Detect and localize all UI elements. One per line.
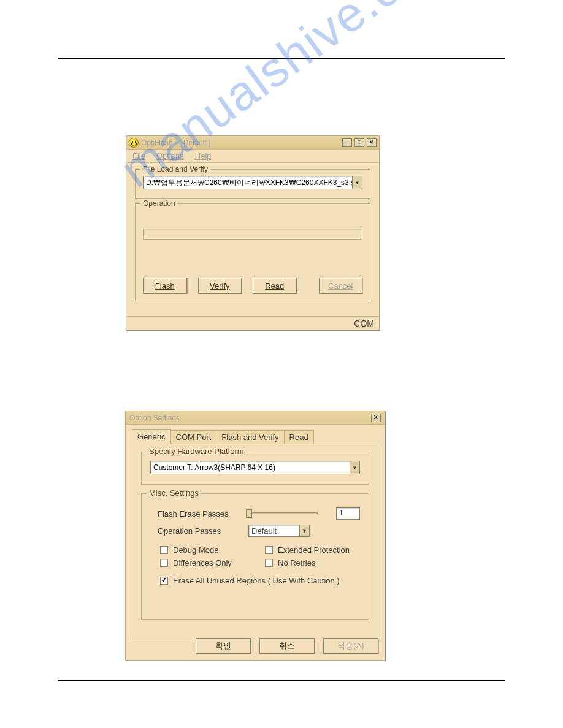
misc-settings-group: Misc. Settings Flash Erase Passes 1 Oper… (141, 493, 369, 620)
page-rule-top (58, 58, 505, 59)
generic-panel: Specify Hardware Platform Customer T: Ar… (132, 444, 378, 640)
operation-buttons: Flash Verify Read Cancel (143, 278, 362, 294)
close-button[interactable]: ✕ (367, 138, 377, 147)
progress-bar (143, 229, 362, 240)
titlebar[interactable]: OptiFlash - [ Default ] _ □ ✕ (126, 136, 379, 150)
chevron-down-icon[interactable]: ▼ (299, 525, 309, 536)
tab-strip: Generic COM Port Flash and Verify Read (132, 430, 378, 444)
chevron-down-icon[interactable]: ▼ (352, 176, 362, 189)
option-settings-window: Option Settings ✕ Generic COM Port Flash… (125, 411, 385, 661)
extended-protection-label: Extended Protection (278, 545, 350, 555)
optiflash-window: OptiFlash - [ Default ] _ □ ✕ File Optio… (126, 135, 380, 330)
differences-only-label: Differences Only (173, 558, 232, 567)
tab-generic[interactable]: Generic (132, 429, 171, 444)
differences-only-row: Differences Only (160, 558, 255, 567)
titlebar[interactable]: Option Settings ✕ (126, 411, 385, 425)
erase-all-row: Erase All Unused Regions ( Use With Caut… (160, 576, 360, 585)
apply-button[interactable]: 적용(A) (323, 638, 378, 654)
tab-read[interactable]: Read (284, 430, 314, 444)
hardware-platform-legend: Specify Hardware Platform (147, 447, 247, 456)
hardware-platform-combobox[interactable]: Customer T: Arrow3(SHARP 64 X 16) ▼ (150, 461, 360, 474)
app-icon (129, 138, 139, 148)
file-path-value: D:₩업무용문서₩C260₩바이너리₩XXFK3₩C260XXFK3_s3.s3 (144, 178, 352, 188)
flash-erase-slider[interactable] (246, 508, 318, 519)
maximize-button[interactable]: □ (354, 138, 364, 147)
flash-erase-value[interactable]: 1 (336, 507, 360, 520)
menu-options[interactable]: Options (156, 151, 184, 161)
menu-help[interactable]: Help (195, 151, 212, 161)
operation-passes-label: Operation Passes (150, 526, 248, 536)
file-load-legend: File Load and Verify (140, 165, 210, 173)
tab-com-port[interactable]: COM Port (170, 430, 217, 444)
misc-settings-legend: Misc. Settings (147, 488, 201, 498)
operation-passes-value: Default (249, 526, 299, 536)
menu-file[interactable]: File (132, 151, 145, 161)
erase-all-checkbox[interactable] (160, 577, 168, 585)
operation-legend: Operation (140, 199, 178, 208)
no-retries-checkbox[interactable] (265, 559, 273, 567)
differences-only-checkbox[interactable] (160, 559, 168, 567)
cancel-button[interactable]: 취소 (259, 638, 315, 654)
status-com: COM (354, 319, 374, 328)
minimize-button[interactable]: _ (342, 138, 352, 147)
debug-mode-row: Debug Mode (160, 545, 255, 555)
file-path-combobox[interactable]: D:₩업무용문서₩C260₩바이너리₩XXFK3₩C260XXFK3_s3.s3… (143, 176, 362, 189)
no-retries-label: No Retries (278, 558, 315, 567)
window-title: OptiFlash - [ Default ] (141, 138, 210, 147)
menu-bar: File Options Help (126, 150, 379, 163)
ok-button[interactable]: 확인 (196, 638, 251, 654)
no-retries-row: No Retries (265, 558, 360, 567)
debug-mode-checkbox[interactable] (160, 546, 168, 554)
hardware-platform-value: Customer T: Arrow3(SHARP 64 X 16) (151, 463, 350, 472)
hardware-platform-group: Specify Hardware Platform Customer T: Ar… (141, 452, 369, 485)
page-rule-bottom (58, 680, 505, 681)
dialog-buttons: 확인 취소 적용(A) (196, 638, 378, 654)
operation-passes-row: Operation Passes Default ▼ (150, 525, 360, 537)
verify-button[interactable]: Verify (198, 278, 242, 294)
status-bar: COM (126, 316, 379, 330)
erase-all-label: Erase All Unused Regions ( Use With Caut… (173, 576, 340, 585)
operation-passes-select[interactable]: Default ▼ (248, 525, 310, 537)
flash-button[interactable]: Flash (143, 278, 187, 294)
flash-erase-row: Flash Erase Passes 1 (150, 507, 360, 520)
window-title: Option Settings (129, 414, 180, 422)
chevron-down-icon[interactable]: ▼ (350, 461, 359, 474)
operation-group: Operation Flash Verify Read Cancel (135, 203, 370, 301)
extended-protection-row: Extended Protection (265, 545, 360, 555)
close-button[interactable]: ✕ (371, 414, 381, 422)
read-button[interactable]: Read (253, 278, 297, 294)
tab-flash-verify[interactable]: Flash and Verify (216, 430, 284, 444)
debug-mode-label: Debug Mode (173, 545, 218, 555)
file-load-group: File Load and Verify D:₩업무용문서₩C260₩바이너리₩… (135, 169, 370, 199)
cancel-button[interactable]: Cancel (319, 278, 363, 294)
extended-protection-checkbox[interactable] (265, 546, 273, 554)
flash-erase-label: Flash Erase Passes (150, 509, 246, 518)
